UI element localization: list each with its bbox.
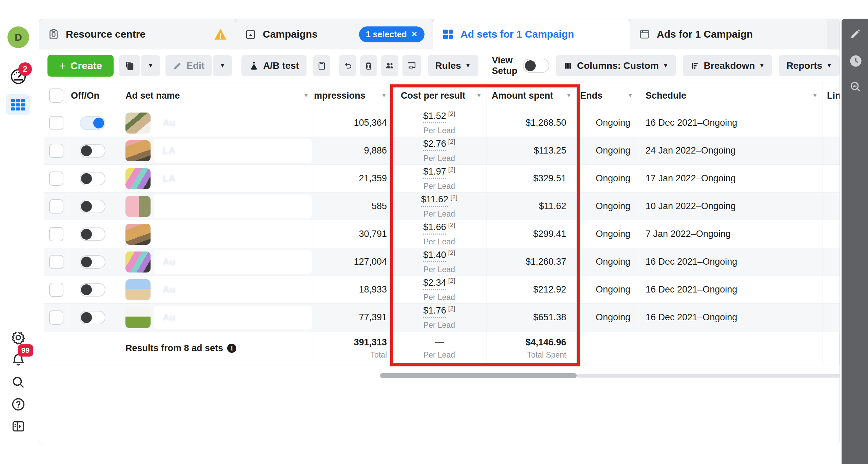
sort-caret-icon[interactable]: ▼: [381, 92, 387, 99]
censored-ad-set-name[interactable]: Au: [154, 306, 312, 329]
table-row: Au 105,364 $1.52 [2] Per Lead $1,268.50 …: [44, 109, 840, 137]
totals-label: Results from 8 ad sets: [125, 343, 223, 354]
duplicate-dropdown[interactable]: ▼: [141, 55, 160, 76]
row-checkbox[interactable]: [49, 255, 63, 269]
sort-caret-icon[interactable]: ▼: [566, 92, 572, 99]
col-ad-set-name[interactable]: Ad set name: [125, 90, 180, 101]
ads-manager-table-icon[interactable]: [6, 94, 30, 115]
edit-dropdown[interactable]: ▼: [213, 55, 232, 76]
censored-ad-set-name[interactable]: Au: [154, 111, 312, 135]
create-button[interactable]: + Create: [47, 55, 114, 77]
col-link[interactable]: Linl: [827, 90, 840, 101]
impressions-value: 21,359: [359, 173, 387, 184]
inspect-zoom-chart-icon[interactable]: [849, 80, 861, 93]
cost-per-result-value[interactable]: $1.66: [423, 222, 446, 235]
censored-ad-set-name[interactable]: LA: [154, 167, 312, 190]
view-setup-toggle[interactable]: [523, 59, 549, 73]
sort-caret-icon[interactable]: ▼: [812, 92, 818, 99]
toggle-knob: [81, 173, 92, 184]
rules-button[interactable]: Rules ▼: [428, 55, 478, 76]
close-icon[interactable]: ✕: [411, 29, 418, 39]
cost-per-result-value[interactable]: $1.76: [423, 305, 446, 318]
row-toggle[interactable]: [80, 255, 105, 269]
row-checkbox[interactable]: [49, 116, 63, 130]
search-icon[interactable]: [8, 372, 28, 392]
tab-label: Ads for 1 Campaign: [657, 28, 753, 40]
col-cost-per-result[interactable]: Cost per result: [401, 90, 466, 101]
avatar[interactable]: D: [7, 26, 29, 48]
totals-spent-sub: Total Spent: [527, 350, 566, 360]
breakdown-button[interactable]: Breakdown ▼: [683, 55, 772, 76]
censored-ad-set-name[interactable]: [154, 222, 312, 246]
tab-ad-sets[interactable]: Ad sets for 1 Campaign: [433, 19, 630, 49]
row-toggle[interactable]: [80, 116, 105, 130]
sort-caret-icon[interactable]: ▼: [627, 92, 633, 99]
cost-per-result-value[interactable]: $1.52: [423, 111, 446, 123]
cost-per-result-value[interactable]: $1.40: [423, 250, 446, 262]
col-schedule[interactable]: Schedule: [646, 90, 686, 101]
export-embed-icon-button[interactable]: [402, 55, 421, 76]
columns-button[interactable]: Columns: Custom ▼: [556, 55, 676, 76]
name-hint: Au: [163, 284, 175, 295]
delete-trash-icon-button[interactable]: [360, 55, 377, 76]
selection-pill[interactable]: 1 selected ✕: [359, 26, 425, 42]
tab-ads[interactable]: Ads for 1 Campaign: [630, 19, 827, 49]
history-clock-icon[interactable]: [849, 54, 861, 66]
row-checkbox[interactable]: [49, 144, 63, 158]
row-toggle[interactable]: [80, 172, 105, 185]
undo-icon-button[interactable]: [339, 55, 356, 76]
notifications-bell-icon[interactable]: 99: [8, 349, 28, 369]
select-all-checkbox[interactable]: [49, 88, 63, 103]
cost-per-result-value[interactable]: $2.34: [423, 278, 446, 290]
cost-per-result-value[interactable]: $2.76: [423, 139, 446, 151]
help-icon[interactable]: [8, 394, 28, 415]
col-impressions[interactable]: mpressions: [314, 90, 366, 101]
row-toggle[interactable]: [80, 200, 105, 213]
audiences-people-icon-button[interactable]: [381, 55, 398, 76]
ab-test-button[interactable]: A/B test: [241, 55, 307, 76]
collapse-panel-icon[interactable]: [8, 416, 28, 437]
ad-sets-grid-icon: [441, 28, 454, 41]
toggle-knob: [81, 229, 92, 240]
name-hint: LA: [163, 173, 175, 184]
cost-per-result-value[interactable]: $11.62: [421, 194, 449, 207]
horizontal-scrollbar-thumb[interactable]: [380, 373, 577, 378]
schedule-value: 7 Jan 2022–Ongoing: [646, 229, 731, 239]
censored-ad-set-name[interactable]: LA: [154, 139, 312, 163]
ends-value: Ongoing: [596, 312, 630, 323]
censored-ad-set-name[interactable]: [154, 195, 312, 218]
row-checkbox[interactable]: [49, 310, 63, 325]
censored-ad-set-name[interactable]: Au: [154, 250, 312, 274]
tab-resource-centre[interactable]: Resource centre: [39, 19, 236, 49]
row-checkbox[interactable]: [49, 199, 63, 214]
row-toggle[interactable]: [80, 311, 105, 324]
sort-caret-icon[interactable]: ▼: [476, 92, 482, 99]
reporting-badge: 2: [18, 62, 32, 76]
edit-pencil-icon[interactable]: [849, 28, 861, 40]
row-checkbox[interactable]: [49, 172, 63, 186]
row-checkbox[interactable]: [49, 283, 63, 297]
col-ends[interactable]: Ends: [580, 90, 603, 101]
sort-caret-icon[interactable]: ▼: [303, 92, 309, 99]
row-checkbox[interactable]: [49, 227, 63, 241]
ads-reporting-icon[interactable]: 2: [8, 66, 28, 87]
censored-ad-set-name[interactable]: Au: [154, 278, 312, 302]
chevron-down-icon: ▼: [663, 62, 669, 69]
col-amount-spent[interactable]: Amount spent: [492, 90, 553, 101]
row-toggle[interactable]: [80, 283, 105, 297]
tab-campaigns[interactable]: Campaigns 1 selected ✕: [236, 19, 433, 49]
row-toggle[interactable]: [80, 144, 105, 158]
reports-button[interactable]: Reports ▼: [779, 55, 840, 76]
edit-button[interactable]: Edit: [165, 55, 212, 76]
row-toggle[interactable]: [80, 227, 105, 241]
horizontal-scrollbar-track[interactable]: [577, 374, 840, 378]
view-setup-label: View Setup: [492, 55, 517, 76]
cost-per-result-value[interactable]: $1.97: [423, 166, 446, 179]
col-off-on[interactable]: Off/On: [71, 90, 99, 101]
clipboard-button[interactable]: [313, 55, 330, 76]
breakdown-label: Breakdown: [704, 60, 755, 71]
schedule-value: 16 Dec 2021–Ongoing: [646, 118, 737, 128]
info-icon[interactable]: i: [227, 344, 236, 353]
duplicate-button[interactable]: [119, 55, 140, 76]
cost-unit-label: Per Lead: [423, 237, 455, 246]
